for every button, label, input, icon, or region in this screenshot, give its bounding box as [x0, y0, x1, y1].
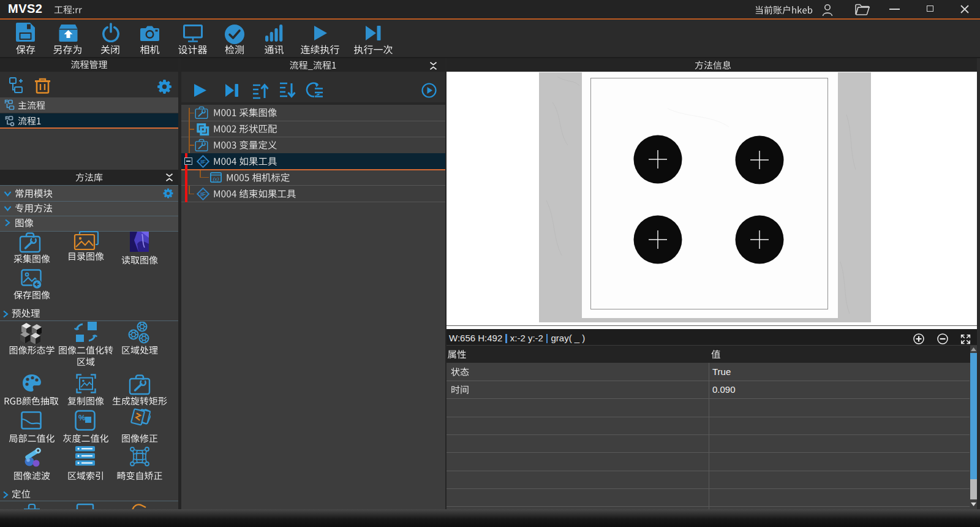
- svg-text:IF: IF: [200, 191, 206, 197]
- svg-text:(x): (x): [213, 176, 219, 182]
- svg-text:IF: IF: [200, 158, 206, 165]
- svg-text:%: %: [78, 413, 86, 422]
